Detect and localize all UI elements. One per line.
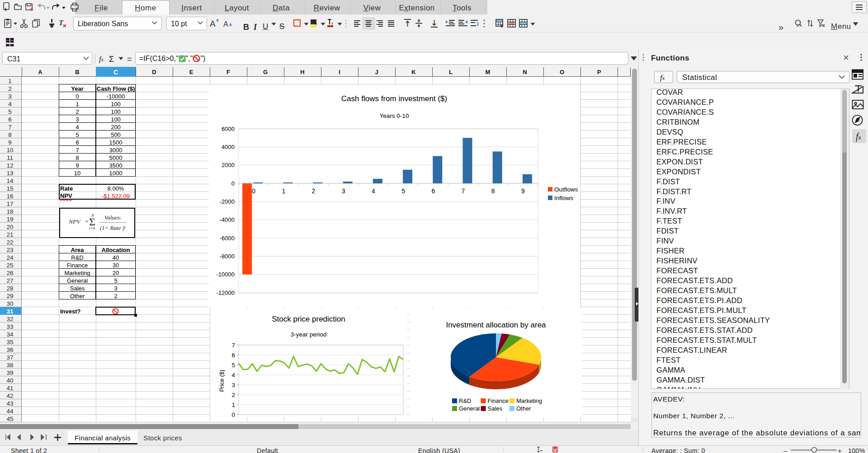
svg-text:9: 9 [521,187,525,195]
svg-text:3-year period: 3-year period [291,331,327,338]
svg-text:T: T [59,19,64,27]
svg-text:4000: 4000 [222,144,235,150]
svg-text:Finance: Finance [488,397,509,404]
svg-text:Outflows: Outflows [554,186,578,193]
svg-text:6: 6 [231,352,235,359]
svg-text:Marketing: Marketing [516,397,542,404]
svg-text:General: General [459,405,480,412]
svg-text:2: 2 [312,187,316,195]
svg-text:6000: 6000 [222,126,235,132]
svg-text:3: 3 [342,187,345,195]
svg-text:Stock price prediction: Stock price prediction [272,315,345,323]
svg-text:-12000: -12000 [217,290,235,296]
svg-text:3: 3 [231,382,235,388]
svg-text:A: A [223,20,228,28]
svg-text:Investment allocation by area: Investment allocation by area [446,321,546,329]
svg-text:Sales: Sales [488,405,503,412]
svg-text:Price ($): Price ($) [218,369,225,392]
svg-text:0: 0 [231,180,235,187]
svg-text:1: 1 [231,402,235,408]
svg-text:Other: Other [516,405,531,412]
svg-text:5: 5 [231,362,235,369]
svg-text:5: 5 [401,187,405,195]
svg-text:4: 4 [231,372,235,378]
svg-text:1: 1 [282,187,285,195]
svg-text:Cash flows from investment ($): Cash flows from investment ($) [341,94,447,103]
svg-text:7: 7 [231,342,235,349]
svg-text:8: 8 [491,187,495,195]
svg-text:-6000: -6000 [220,235,235,242]
svg-text:4: 4 [372,187,375,195]
svg-text:6: 6 [431,187,435,195]
svg-text:A: A [210,19,216,28]
svg-text:Inflows: Inflows [554,195,573,201]
svg-text:7: 7 [462,187,465,195]
svg-text:Years 0-10: Years 0-10 [380,112,409,119]
svg-text:R&D: R&D [459,397,471,404]
svg-text:-2000: -2000 [220,198,235,205]
svg-text:-4000: -4000 [220,216,235,223]
svg-text:0: 0 [252,187,255,195]
svg-text:0: 0 [231,411,235,417]
svg-text:-8000: -8000 [220,253,235,260]
svg-text:2: 2 [231,392,235,398]
svg-text:-10000: -10000 [217,271,235,278]
svg-text:2000: 2000 [222,162,235,168]
